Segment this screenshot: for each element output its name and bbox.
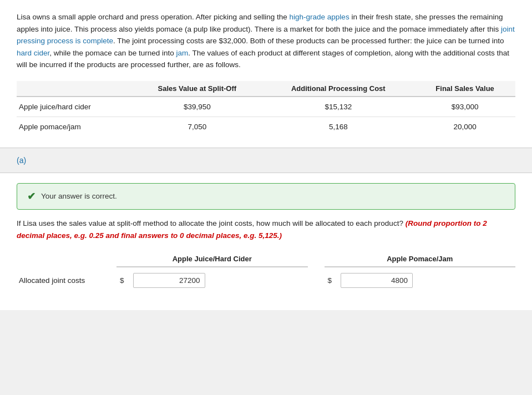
sales-value-2: 7,050 xyxy=(132,117,262,136)
col-header-juice: Apple Juice/Hard Cider xyxy=(116,251,308,267)
highlight-jam: jam xyxy=(176,49,188,57)
checkmark-icon: ✔ xyxy=(27,190,36,202)
question-text: If Lisa uses the sales value at split-of… xyxy=(17,217,515,241)
highlight-cider: hard cider xyxy=(17,49,49,57)
row-label: Allocated joint costs xyxy=(17,267,116,293)
col-header-pomace: Apple Pomace/Jam xyxy=(325,251,516,267)
col-header-empty xyxy=(17,251,116,267)
currency-symbol-2: $ xyxy=(328,276,335,285)
col-header-sales-value: Sales Value at Split-Off xyxy=(132,81,262,97)
sales-value-1: $39,950 xyxy=(132,97,262,117)
allocated-cost-juice-input[interactable] xyxy=(133,273,205,288)
highlight-apples: high-grade apples xyxy=(290,13,349,21)
answer-table: Apple Juice/Hard Cider Apple Pomace/Jam … xyxy=(17,251,515,293)
page: Lisa owns a small apple orchard and pres… xyxy=(0,0,532,310)
correct-message: Your answer is correct. xyxy=(41,192,117,200)
col-separator xyxy=(308,267,325,293)
col-header-final-value: Final Sales Value xyxy=(414,81,515,97)
col-spacer xyxy=(308,251,325,267)
col-header-additional-cost: Additional Processing Cost xyxy=(262,81,414,97)
answer-section: Apple Juice/Hard Cider Apple Pomace/Jam … xyxy=(17,251,515,293)
additional-cost-2: 5,168 xyxy=(262,117,414,136)
problem-text: Lisa owns a small apple orchard and pres… xyxy=(17,11,515,71)
highlight-process: joint pressing process is complete xyxy=(17,25,515,45)
correct-answer-box: ✔ Your answer is correct. xyxy=(17,183,515,210)
final-value-1: $93,000 xyxy=(414,97,515,117)
currency-symbol-1: $ xyxy=(120,276,126,285)
additional-cost-1: $15,132 xyxy=(262,97,414,117)
col-header-product xyxy=(17,81,132,97)
product-name-2: Apple pomace/jam xyxy=(17,117,132,136)
allocated-cost-pomace-input[interactable] xyxy=(341,273,413,288)
answer-row: Allocated joint costs $ $ xyxy=(17,267,515,293)
question-main: If Lisa uses the sales value at split-of… xyxy=(17,219,403,227)
part-a-header: (a) xyxy=(0,148,532,173)
product-name-1: Apple juice/hard cider xyxy=(17,97,132,117)
final-value-2: 20,000 xyxy=(414,117,515,136)
table-row: Apple pomace/jam 7,050 5,168 20,000 xyxy=(17,117,515,136)
product-table: Sales Value at Split-Off Additional Proc… xyxy=(17,81,515,136)
part-a-label: (a) xyxy=(17,156,26,165)
table-row: Apple juice/hard cider $39,950 $15,132 $… xyxy=(17,97,515,117)
